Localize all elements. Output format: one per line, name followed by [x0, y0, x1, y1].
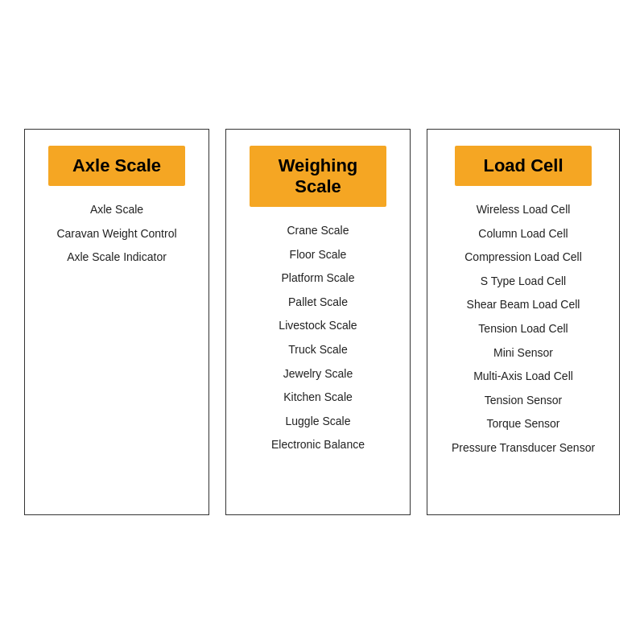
list-item[interactable]: Platform Scale	[281, 270, 354, 287]
list-item[interactable]: Shear Beam Load Cell	[467, 297, 580, 313]
list-item[interactable]: Livestock Scale	[279, 318, 357, 334]
columns-wrapper: Axle ScaleAxle ScaleCaravan Weight Contr…	[24, 129, 620, 515]
list-item[interactable]: S Type Load Cell	[481, 274, 566, 290]
list-item[interactable]: Multi-Axis Load Cell	[473, 369, 573, 385]
list-item[interactable]: Luggle Scale	[286, 414, 351, 430]
list-item[interactable]: Caravan Weight Control	[56, 226, 176, 242]
category-header-weighing-scale[interactable]: Weighing Scale	[250, 146, 386, 207]
list-item[interactable]: Pressure Transducer Sensor	[452, 440, 595, 456]
category-header-axle-scale[interactable]: Axle Scale	[48, 146, 185, 186]
list-item[interactable]: Axle Scale	[90, 202, 143, 218]
list-item[interactable]: Floor Scale	[290, 247, 347, 263]
list-item[interactable]: Truck Scale	[288, 342, 347, 358]
list-item[interactable]: Kitchen Scale	[283, 390, 353, 406]
list-item[interactable]: Torque Sensor	[486, 416, 559, 432]
list-item[interactable]: Crane Scale	[287, 223, 349, 239]
category-items-axle-scale: Axle ScaleCaravan Weight ControlAxle Sca…	[25, 202, 208, 266]
list-item[interactable]: Mini Sensor	[493, 345, 553, 361]
list-item[interactable]: Electronic Balance	[271, 437, 365, 453]
list-item[interactable]: Tension Sensor	[485, 393, 563, 409]
list-item[interactable]: Wireless Load Cell	[477, 202, 571, 218]
list-item[interactable]: Column Load Cell	[478, 226, 568, 242]
list-item[interactable]: Pallet Scale	[288, 295, 348, 311]
list-item[interactable]: Jewelry Scale	[283, 366, 353, 382]
category-box-weighing-scale: Weighing ScaleCrane ScaleFloor ScalePlat…	[225, 129, 411, 515]
category-header-load-cell[interactable]: Load Cell	[455, 146, 592, 186]
category-items-weighing-scale: Crane ScaleFloor ScalePlatform ScalePall…	[226, 223, 410, 453]
page-container: Axle ScaleAxle ScaleCaravan Weight Contr…	[0, 0, 644, 644]
list-item[interactable]: Tension Load Cell	[478, 321, 568, 337]
category-box-load-cell: Load CellWireless Load CellColumn Load C…	[427, 129, 620, 515]
list-item[interactable]: Compression Load Cell	[464, 250, 582, 266]
category-items-load-cell: Wireless Load CellColumn Load CellCompre…	[427, 202, 619, 456]
category-box-axle-scale: Axle ScaleAxle ScaleCaravan Weight Contr…	[24, 129, 209, 515]
list-item[interactable]: Axle Scale Indicator	[67, 250, 167, 266]
